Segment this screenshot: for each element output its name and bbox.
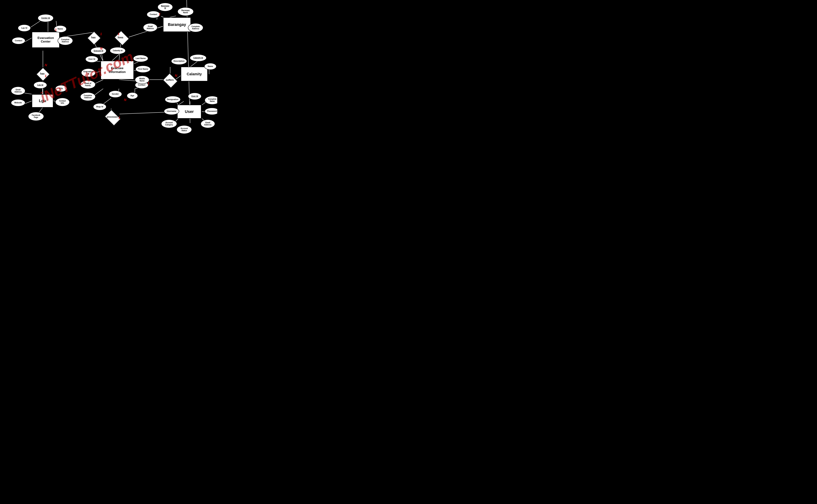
- attr-lgu-city: City: [55, 85, 67, 92]
- attr-ec-lgu-id: Lgu Id: [18, 24, 31, 32]
- attr-center-id: Center Id: [38, 14, 54, 22]
- barangay-entity: Barangay: [163, 17, 191, 32]
- calamity-entity: Calamity: [181, 67, 208, 81]
- attr-evacuee-id: Evacuee Id: [90, 47, 106, 55]
- user-entity: User: [177, 105, 201, 119]
- attr-designation: Designation: [165, 96, 181, 103]
- attr-brgy-contact: Contact: [147, 11, 160, 18]
- card-1-processes: 1: [118, 116, 120, 120]
- attr-lgu-id: Lgu Id: [33, 81, 47, 89]
- attr-account-status: AccountStatus: [176, 125, 192, 134]
- attr-middle-name: MiddleName: [135, 76, 149, 84]
- attr-age: Age: [127, 92, 138, 99]
- attr-evacuation-id: EvacuationId: [81, 68, 96, 77]
- card-n-brgy-evac: N: [124, 98, 126, 102]
- card-1-lives: 1: [118, 32, 119, 36]
- attr-brgy-email: EmailAddress: [143, 23, 157, 32]
- svg-line-28: [102, 98, 111, 105]
- lives-label: lives: [118, 36, 123, 39]
- evacuation-center-entity: EvacuationCenter: [32, 32, 60, 48]
- attr-last-name: Last Name: [133, 55, 148, 62]
- attr-calamity-id: Calamity Id: [190, 54, 206, 62]
- lgu-entity: Lgu: [32, 94, 53, 108]
- attr-user-email: EmailAddress: [201, 119, 215, 128]
- attr-complete-address-evac: CompleteAddress: [80, 92, 96, 101]
- has-evac-label: has: [91, 36, 96, 39]
- has-ec-lgu-label: has: [40, 72, 45, 75]
- attr-brgy-id: BarangayId: [157, 3, 173, 11]
- attr-username: Username: [164, 108, 179, 115]
- card-1-center: 1: [55, 28, 57, 32]
- attr-calamity-id-evac: Calamity Id: [110, 47, 126, 54]
- suffers-label: suffers: [166, 79, 174, 81]
- attr-password: Password: [204, 108, 217, 115]
- attr-gender: Gender: [109, 90, 122, 98]
- card-1-contact-evac: 1: [147, 81, 149, 85]
- svg-line-44: [178, 101, 184, 105]
- card-1-contact-brgy: 1: [159, 12, 161, 16]
- processes-label: processes: [107, 116, 117, 118]
- attr-lgu-contact: ContactInfo: [55, 98, 70, 106]
- card-1-lgu-has: 1: [45, 74, 47, 78]
- svg-line-3: [56, 21, 57, 26]
- attr-calamity-desc: Description: [171, 58, 187, 65]
- card-1-has-evac: 1: [100, 32, 102, 36]
- attr-calamity-name: Name: [204, 63, 216, 70]
- attr-lgu-email: EmailAddress: [11, 87, 25, 95]
- card-n-suffers: N: [175, 74, 177, 78]
- attr-brgy-name: BarangayName: [177, 7, 194, 16]
- attr-account-category: AccountCategory: [161, 119, 177, 128]
- attr-head-family: Head ofFamily: [80, 80, 96, 89]
- attr-ec-contact: Contact: [12, 37, 25, 44]
- attr-user-id: User Id: [188, 93, 201, 100]
- card-n-ec-has: N: [45, 63, 47, 67]
- evacuee-info-entity: EvacueeInformation: [100, 61, 134, 80]
- attr-lgu-website: Website: [11, 99, 25, 106]
- attr-lgu-facebook: FacebookPage: [28, 112, 44, 121]
- attr-brgy-address: CompleteAddress: [188, 23, 203, 32]
- attr-complete-name: CompleteName: [204, 96, 217, 105]
- er-diagram: EvacuationCenter Lgu Barangay EvacueeInf…: [0, 0, 217, 134]
- card-n-has-evac: N: [100, 47, 102, 50]
- attr-ec-address: CompleteAddress: [58, 36, 73, 45]
- attr-brgy-id-evac: Brgy Id: [93, 103, 106, 110]
- attr-first-name: First Name: [135, 66, 151, 73]
- attr-user-id-evac: User Id: [85, 56, 98, 63]
